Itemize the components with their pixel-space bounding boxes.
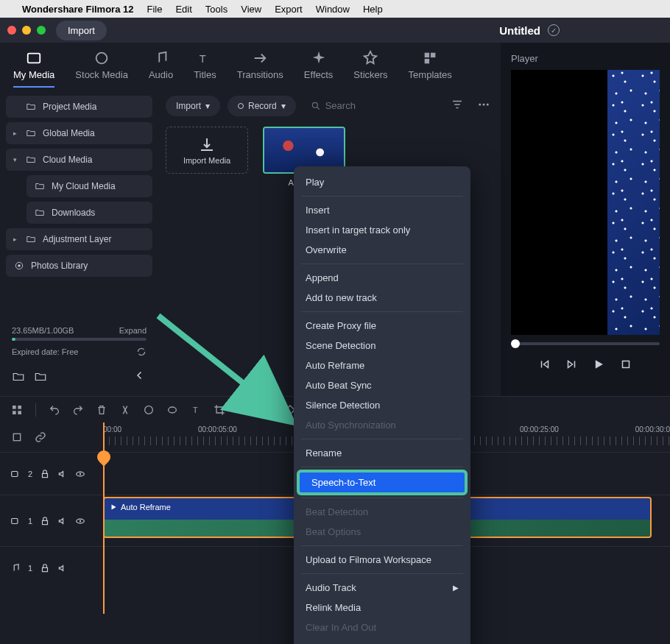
search-icon [311, 101, 321, 111]
sidebar-item-my-cloud-media[interactable]: My Cloud Media [27, 175, 152, 197]
storage-used: 23.65MB [12, 326, 44, 335]
context-item-speech-to-text[interactable]: Speech-to-Text [298, 471, 466, 494]
search-input[interactable]: Search [303, 100, 440, 111]
context-item-add-to-new-track[interactable]: Add to new track [294, 288, 470, 308]
playhead[interactable] [103, 422, 105, 614]
speed2-icon[interactable] [236, 403, 250, 417]
lock-icon[interactable] [40, 563, 50, 573]
macos-menubar: Wondershare Filmora 12 File Edit Tools V… [0, 0, 670, 18]
magnet-icon[interactable] [10, 431, 24, 444]
filter-icon[interactable] [448, 95, 467, 116]
menu-window[interactable]: Window [316, 4, 350, 15]
text-icon[interactable]: T [189, 403, 202, 417]
import-dropdown[interactable]: Import▾ [166, 96, 220, 116]
mask-icon[interactable] [166, 403, 179, 417]
speed-icon[interactable] [142, 403, 155, 417]
sidebar-item-adjustment-layer[interactable]: ▸Adjustment Layer [6, 228, 152, 250]
context-item-audio-track[interactable]: Audio Track▶ [294, 578, 470, 598]
record-dropdown[interactable]: Record▾ [228, 96, 296, 116]
context-item-create-proxy-file[interactable]: Create Proxy file [294, 316, 470, 336]
next-frame-button[interactable] [565, 358, 578, 373]
sidebar-item-photos-library[interactable]: Photos Library [6, 255, 152, 277]
player-screen[interactable] [511, 70, 660, 335]
tab-transitions[interactable]: Transitions [237, 50, 283, 88]
import-button[interactable]: Import [56, 21, 107, 40]
eye-icon[interactable] [75, 469, 85, 479]
mute-icon[interactable] [57, 469, 68, 479]
mute-icon[interactable] [57, 516, 68, 526]
tab-audio[interactable]: Audio [149, 50, 173, 88]
redo-icon[interactable] [71, 403, 85, 417]
scrubber[interactable] [511, 342, 660, 345]
tab-effects[interactable]: Effects [304, 50, 334, 88]
svg-rect-5 [425, 59, 429, 63]
context-item-play[interactable]: Play [294, 172, 470, 192]
folder-icon[interactable] [34, 370, 47, 383]
context-item-silence-detection[interactable]: Silence Detection [294, 395, 470, 415]
minimize-icon[interactable] [22, 26, 31, 35]
mute-icon[interactable] [57, 563, 68, 573]
tab-titles[interactable]: TTitles [194, 50, 216, 88]
context-item-auto-reframe[interactable]: Auto Reframe [294, 355, 470, 375]
crop-icon[interactable] [213, 403, 226, 417]
svg-rect-28 [12, 518, 18, 523]
more-icon[interactable] [474, 95, 493, 116]
split-icon[interactable] [119, 403, 132, 417]
context-item-insert[interactable]: Insert [294, 200, 470, 220]
context-item-overwrite[interactable]: Overwrite [294, 240, 470, 260]
sidebar-item-project-media[interactable]: Project Media [6, 96, 152, 118]
menu-view[interactable]: View [241, 4, 261, 15]
menu-tools[interactable]: Tools [205, 4, 228, 15]
tab-my-media[interactable]: My Media [13, 50, 54, 88]
context-menu: PlayInsertInsert in target track onlyOve… [294, 166, 470, 644]
app-name[interactable]: Wondershare Filmora 12 [22, 4, 133, 15]
collapse-icon[interactable] [133, 369, 147, 382]
new-folder-icon[interactable] [12, 370, 25, 383]
lock-icon[interactable] [40, 516, 50, 526]
refresh-icon[interactable] [136, 347, 147, 357]
import-media-slot[interactable]: Import Media [166, 127, 248, 174]
menu-edit[interactable]: Edit [175, 4, 191, 15]
context-item-rename[interactable]: Rename [294, 443, 470, 463]
eye-icon[interactable] [75, 516, 85, 526]
fullscreen-icon[interactable] [37, 26, 46, 35]
svg-point-1 [96, 53, 107, 64]
tab-stock-media[interactable]: Stock Media [75, 50, 128, 88]
undo-icon[interactable] [48, 403, 61, 417]
context-item-insert-in-target-track-only[interactable]: Insert in target track only [294, 220, 470, 240]
expand-link[interactable]: Expand [119, 326, 147, 335]
prev-frame-button[interactable] [538, 358, 551, 373]
stop-button[interactable] [619, 358, 632, 373]
grid-icon[interactable] [10, 403, 24, 417]
color-icon[interactable] [260, 403, 273, 417]
svg-point-10 [483, 104, 485, 106]
storage-total: /1.00GB [44, 326, 74, 335]
tab-templates[interactable]: Templates [409, 50, 452, 88]
context-item-relink-media[interactable]: Relink Media [294, 598, 470, 618]
play-button[interactable] [591, 357, 606, 374]
context-item-clear-in-and-out: Clear In And Out [294, 618, 470, 637]
svg-point-17 [145, 406, 153, 414]
record-dot-icon [238, 103, 244, 109]
media-sidebar: Project Media ▸Global Media ▾Cloud Media… [0, 88, 158, 397]
sidebar-item-global-media[interactable]: ▸Global Media [6, 122, 152, 144]
tab-stickers[interactable]: Stickers [353, 50, 387, 88]
sidebar-item-cloud-media[interactable]: ▾Cloud Media [6, 149, 152, 171]
chevron-down-icon: ▾ [281, 101, 286, 111]
expired-label: Expired date: Free [12, 347, 79, 356]
close-icon[interactable] [7, 26, 16, 35]
menu-file[interactable]: File [147, 4, 162, 15]
titlebar: Import Untitled ✓ [0, 18, 670, 43]
delete-icon[interactable] [95, 403, 108, 417]
sidebar-item-downloads[interactable]: Downloads [27, 202, 152, 224]
lock-icon[interactable] [40, 469, 50, 479]
menu-help[interactable]: Help [363, 4, 383, 15]
context-item-auto-beat-sync[interactable]: Auto Beat Sync [294, 375, 470, 395]
context-item-append[interactable]: Append [294, 268, 470, 288]
context-item-scene-detection[interactable]: Scene Detection [294, 336, 470, 355]
menu-export[interactable]: Export [275, 4, 303, 15]
context-item-delete[interactable]: Delete [294, 637, 470, 644]
context-item-upload-to-filmora-workspace[interactable]: Upload to Filmora Workspace [294, 550, 470, 570]
svg-rect-32 [43, 567, 48, 571]
link-icon[interactable] [34, 431, 47, 444]
